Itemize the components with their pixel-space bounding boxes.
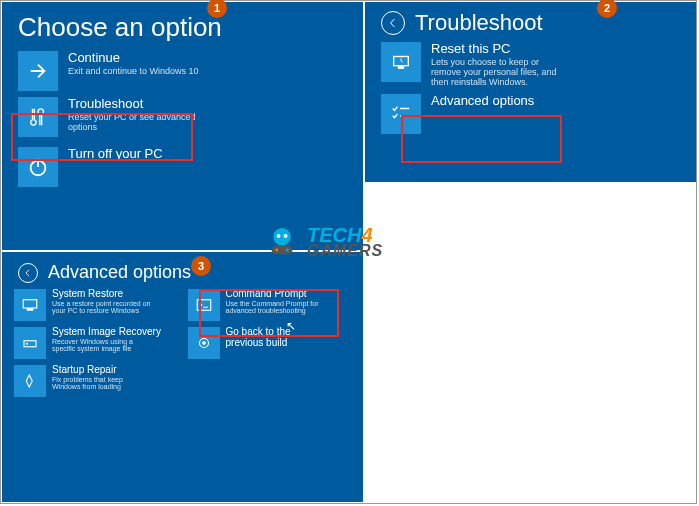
svg-point-11 <box>273 228 291 246</box>
svg-rect-4 <box>23 300 37 308</box>
image-title: System Image Recovery <box>52 327 161 338</box>
svg-point-15 <box>275 249 278 252</box>
watermark-logo: TECH4 GAMERS <box>261 221 383 263</box>
option-reset-pc[interactable]: Reset this PC Lets you choose to keep or… <box>365 42 696 88</box>
arrow-right-icon <box>18 51 58 91</box>
advanced-title: Advanced options <box>431 94 534 108</box>
svg-point-13 <box>284 234 288 238</box>
reset-title: Reset this PC <box>431 42 571 56</box>
continue-desc: Exit and continue to Windows 10 <box>68 67 199 77</box>
svg-rect-5 <box>27 309 33 311</box>
panel1-title: Choose an option <box>2 2 363 51</box>
highlight-troubleshoot <box>11 113 193 161</box>
troubleshoot-title: Troubleshoot <box>68 97 208 111</box>
back-icon[interactable] <box>381 11 405 35</box>
startup-desc: Fix problems that keep Windows from load… <box>52 376 152 391</box>
step-badge-3: 3 <box>191 256 211 276</box>
svg-point-10 <box>202 342 205 345</box>
option-startup-repair[interactable]: Startup Repair Fix problems that keep Wi… <box>14 365 178 397</box>
svg-rect-6 <box>24 341 36 347</box>
svg-rect-3 <box>398 67 404 69</box>
back-icon[interactable] <box>18 263 38 283</box>
logo-gamers: GAMERS <box>307 244 383 258</box>
option-image-recovery[interactable]: System Image Recovery Recover Windows us… <box>14 327 178 359</box>
monitor-restore-icon <box>14 289 46 321</box>
image-desc: Recover Windows using a specific system … <box>52 338 152 353</box>
svg-rect-14 <box>272 246 293 255</box>
restore-title: System Restore <box>52 289 152 300</box>
svg-point-7 <box>26 343 28 345</box>
reset-icon <box>381 42 421 82</box>
startup-title: Startup Repair <box>52 365 152 376</box>
restore-desc: Use a restore point recorded on your PC … <box>52 300 152 315</box>
cursor-icon: ↖ <box>286 319 296 333</box>
option-system-restore[interactable]: System Restore Use a restore point recor… <box>14 289 178 321</box>
wrench-icon <box>14 365 46 397</box>
svg-point-16 <box>286 249 289 252</box>
panel2-header: Troubleshoot <box>365 2 696 42</box>
skull-controller-icon <box>261 221 303 263</box>
option-continue[interactable]: Continue Exit and continue to Windows 10 <box>2 51 363 91</box>
svg-point-12 <box>277 234 281 238</box>
disk-icon <box>14 327 46 359</box>
continue-title: Continue <box>68 51 199 65</box>
panel3-title: Advanced options <box>48 262 191 283</box>
highlight-cmd <box>199 289 339 337</box>
highlight-advanced <box>401 115 562 163</box>
reset-desc: Lets you choose to keep or remove your p… <box>431 58 571 88</box>
panel2-title: Troubleshoot <box>415 10 543 36</box>
